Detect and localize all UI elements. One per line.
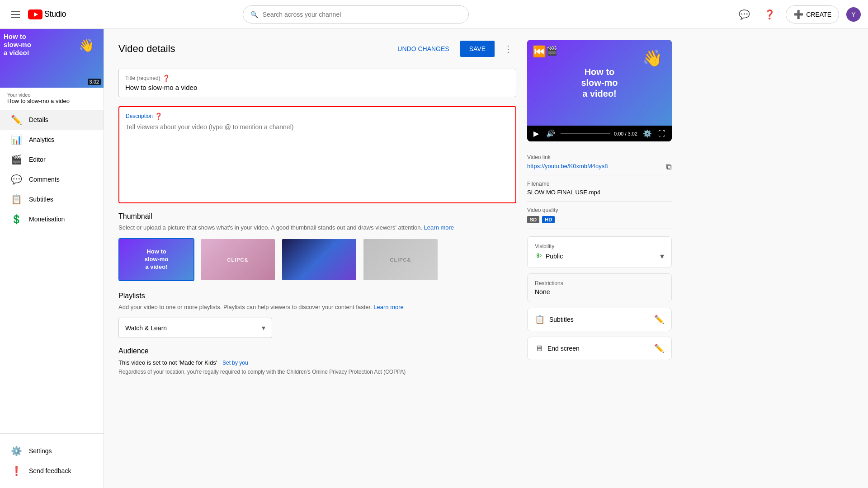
endscreen-card-content: 🖥 End screen ✏️: [528, 337, 671, 360]
video-controls: ▶ 🔊 0:00 / 3:02 ⚙️ ⛶: [527, 126, 672, 141]
search-bar[interactable]: 🔍: [243, 5, 469, 23]
create-label: CREATE: [806, 11, 831, 18]
set-by-you-link[interactable]: Set by you: [222, 360, 248, 366]
filename-value: SLOW MO FINAL USE.mp4: [527, 189, 672, 196]
sidebar-item-settings[interactable]: ⚙️ Settings: [0, 441, 104, 461]
endscreen-edit-icon[interactable]: ✏️: [654, 343, 664, 353]
more-options-button[interactable]: ⋮: [500, 40, 516, 58]
video-link[interactable]: https://youtu.be/K0xmbM4oys8: [527, 163, 608, 169]
sidebar-item-editor[interactable]: 🎬 Editor: [0, 150, 104, 169]
playlists-desc: Add your video to one or more playlists.…: [118, 304, 516, 310]
audience-kids-label: This video is set to not 'Made for Kids'…: [118, 359, 516, 366]
subtitles-edit-icon[interactable]: ✏️: [654, 314, 664, 324]
thumbnail-option-1[interactable]: How toslow-moa video!: [118, 238, 194, 281]
comments-icon-button[interactable]: 💬: [735, 5, 753, 23]
description-input[interactable]: [126, 123, 509, 196]
page-title: Video details: [118, 43, 175, 55]
sidebar-video-info: Your video How to slow-mo a video: [0, 88, 104, 106]
sidebar-item-details[interactable]: ✏️ Details: [0, 110, 104, 130]
thumb-4-image: CLIPC&: [363, 239, 438, 280]
playlists-section: Playlists Add your video to one or more …: [118, 292, 516, 338]
quality-section: Video quality SD HD: [527, 202, 672, 229]
badge-hd: HD: [542, 216, 555, 223]
video-preview-bg: How toslow-moa video! 👋 ⏮️ 🎬: [527, 40, 672, 126]
sidebar-item-editor-label: Editor: [29, 156, 46, 163]
visibility-text: Public: [546, 253, 563, 260]
subtitles-icon: 📋: [535, 314, 545, 324]
thumbnail-option-3[interactable]: [281, 238, 357, 281]
layout: How toslow-moa video! 👋 3:02 Your video …: [0, 29, 868, 488]
audience-desc: Regardless of your location, you're lega…: [118, 369, 516, 375]
end-screen-card[interactable]: 🖥 End screen ✏️: [527, 337, 672, 360]
subtitles-nav-icon: 📋: [11, 194, 22, 205]
title-field: Title (required) ❓: [118, 69, 516, 97]
editor-icon: 🎬: [11, 154, 22, 165]
description-label: Description ❓: [126, 113, 509, 120]
your-video-label: Your video: [7, 92, 96, 98]
search-input[interactable]: [263, 11, 461, 18]
topbar: Studio 🔍 💬 ❓ ➕ CREATE Y: [0, 0, 868, 29]
thumbnail-option-2[interactable]: CLIPC&: [200, 238, 276, 281]
thumb-3-image: [282, 239, 356, 280]
restrictions-label: Restrictions: [535, 280, 664, 286]
main-content: Video details UNDO CHANGES SAVE ⋮ Title …: [104, 29, 868, 488]
video-link-section: Video link https://youtu.be/K0xmbM4oys8 …: [527, 149, 672, 175]
thumbnail-learn-more-link[interactable]: Learn more: [424, 224, 454, 231]
progress-bar[interactable]: [561, 133, 610, 134]
restrictions-card-content: Restrictions None: [528, 274, 671, 302]
video-preview: How toslow-moa video! 👋 ⏮️ 🎬 ▶ 🔊 0:00 / …: [527, 40, 672, 141]
sidebar-item-feedback[interactable]: ❗ Send feedback: [0, 461, 104, 481]
visibility-label: Visibility: [535, 243, 664, 249]
playlist-chevron-icon: ▾: [262, 324, 265, 332]
subtitles-card-content: 📋 Subtitles ✏️: [528, 308, 671, 331]
sidebar-video-title: How to slow-mo a video: [7, 98, 96, 104]
title-label: Title (required) ❓: [125, 75, 509, 82]
playlist-dropdown[interactable]: Watch & Learn ▾: [118, 318, 272, 338]
sidebar-video-thumbnail[interactable]: How toslow-moa video! 👋 3:02: [0, 29, 104, 88]
sidebar: How toslow-moa video! 👋 3:02 Your video …: [0, 29, 104, 488]
sidebar-nav: ✏️ Details 📊 Analytics 🎬 Editor 💬 Commen…: [0, 106, 104, 233]
undo-button[interactable]: UNDO CHANGES: [392, 42, 454, 56]
feedback-icon: ❗: [11, 465, 22, 476]
thumbnail-section: Thumbnail Select or upload a picture tha…: [118, 212, 516, 281]
thumbnails-row: How toslow-moa video! CLIPC& CLIPC&: [118, 238, 516, 281]
badge-sd: SD: [527, 216, 539, 223]
thumb-1-image: How toslow-moa video!: [119, 239, 193, 280]
playlists-title: Playlists: [118, 292, 516, 300]
copy-link-button[interactable]: ⧉: [666, 162, 672, 172]
help-icon-button[interactable]: ❓: [760, 5, 778, 23]
playlists-learn-more-link[interactable]: Learn more: [373, 304, 403, 310]
audience-section: Audience This video is set to not 'Made …: [118, 347, 516, 375]
settings-label: Settings: [29, 447, 52, 455]
create-button[interactable]: ➕ CREATE: [786, 5, 839, 23]
filename-label: Filename: [527, 181, 672, 187]
avatar[interactable]: Y: [846, 7, 861, 22]
thumbnail-preview: How toslow-moa video! 👋 3:02: [0, 29, 104, 88]
logo[interactable]: Studio: [28, 9, 66, 19]
hamburger-button[interactable]: [7, 7, 24, 22]
subtitles-left: 📋 Subtitles: [535, 314, 574, 324]
analytics-icon: 📊: [11, 134, 22, 145]
title-input[interactable]: [125, 84, 509, 91]
sidebar-item-comments[interactable]: 💬 Comments: [0, 169, 104, 189]
description-help-icon[interactable]: ❓: [155, 113, 162, 120]
sidebar-item-monetisation[interactable]: 💲 Monetisation: [0, 209, 104, 229]
details-icon: ✏️: [11, 114, 22, 125]
settings-icon: ⚙️: [11, 446, 22, 456]
play-button[interactable]: ▶: [532, 128, 541, 139]
subtitles-card[interactable]: 📋 Subtitles ✏️: [527, 308, 672, 331]
visibility-card[interactable]: Visibility 👁 Public ▾: [527, 236, 672, 268]
save-button[interactable]: SAVE: [460, 41, 495, 57]
fullscreen-button[interactable]: ⛶: [656, 128, 667, 139]
visibility-card-content: Visibility 👁 Public ▾: [528, 237, 671, 267]
sidebar-item-analytics[interactable]: 📊 Analytics: [0, 130, 104, 150]
create-plus-icon: ➕: [793, 9, 803, 19]
visibility-row: 👁 Public ▾: [535, 251, 664, 261]
settings-video-button[interactable]: ⚙️: [641, 128, 654, 139]
title-help-icon[interactable]: ❓: [162, 75, 170, 82]
sidebar-item-subtitles[interactable]: 📋 Subtitles: [0, 189, 104, 209]
volume-button[interactable]: 🔊: [544, 128, 557, 139]
thumbnail-option-4[interactable]: CLIPC&: [363, 238, 439, 281]
visibility-chevron-icon: ▾: [660, 251, 664, 261]
topbar-left: Studio: [7, 7, 107, 22]
